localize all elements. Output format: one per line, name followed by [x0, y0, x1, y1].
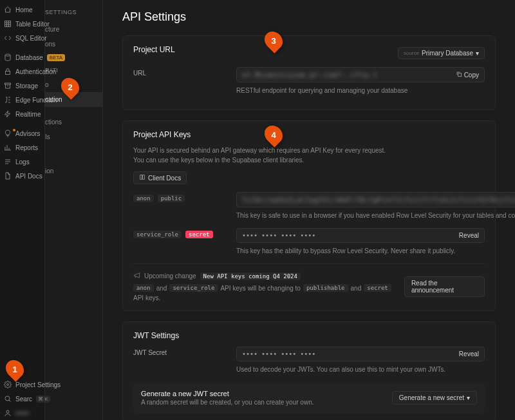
upcoming-change-notice: Upcoming change New API keys coming Q4 2… — [133, 263, 485, 301]
url-label: URL — [133, 67, 223, 95]
function-icon — [4, 96, 12, 104]
nav-project-settings[interactable]: Project Settings — [0, 377, 44, 392]
gear-icon — [4, 381, 12, 388]
jwt-secret-label: JWT Secret — [133, 347, 223, 374]
settings-item[interactable]: ctions — [45, 115, 102, 129]
nav-logs[interactable]: Logs — [0, 155, 44, 169]
nav-label: Realtime — [15, 111, 41, 118]
settings-item[interactable]: ons — [45, 37, 102, 52]
settings-item[interactable]: ion — [45, 164, 102, 178]
database-icon — [4, 53, 12, 61]
nav-reports[interactable]: Reports — [0, 140, 44, 155]
chevron-down-icon: ▾ — [467, 394, 470, 401]
nav-label: Home — [15, 6, 33, 14]
list-icon — [4, 158, 12, 166]
copy-button[interactable]: Copy — [456, 71, 479, 79]
jwt-secret-value: •••• •••• •••• •••• — [242, 350, 315, 358]
nav-label: Logs — [15, 158, 30, 166]
url-value-box: af.Mcomstcusom.pf.comf-.cfta.t Copy — [236, 67, 485, 82]
nav-table-editor[interactable]: Table Editor — [0, 17, 44, 31]
source-dropdown[interactable]: source Primary Database ▾ — [398, 47, 485, 59]
archive-icon — [4, 82, 12, 90]
nav-label: Advisors — [15, 130, 40, 137]
reveal-button[interactable]: Reveal — [459, 232, 479, 239]
upcoming-desc: anon and service_role API keys will be c… — [133, 284, 404, 301]
chart-icon — [4, 144, 12, 151]
nav-label: Authentication — [15, 68, 56, 75]
upcoming-label: Upcoming change — [144, 272, 196, 280]
file-icon — [4, 172, 12, 180]
nav-api-docs[interactable]: API Docs — [0, 169, 44, 183]
jwt-secret-hint: Used to decode your JWTs. You can also u… — [236, 365, 485, 374]
service-key-hint: This key has the ability to bypass Row L… — [236, 247, 485, 256]
copy-icon — [456, 71, 462, 79]
anon-key-hint: This key is safe to use in a browser if … — [236, 211, 515, 220]
project-url-card: Project URL source Primary Database ▾ UR… — [122, 35, 496, 110]
svg-rect-3 — [5, 83, 11, 84]
table-icon — [4, 20, 12, 28]
api-keys-desc: Your API is secured behind an API gatewa… — [133, 146, 485, 165]
nav-edge-functions[interactable]: Edge Function — [0, 93, 44, 107]
lock-icon — [4, 68, 12, 75]
nav-storage[interactable]: Storage — [0, 79, 44, 93]
user-label: •••••• — [15, 410, 29, 417]
search-shortcut: ⌘ K — [36, 396, 50, 403]
nav-label: Database — [15, 54, 43, 61]
bulb-icon — [4, 129, 12, 137]
read-announcement-button[interactable]: Read the announcement — [404, 276, 485, 297]
jwt-secret-value-box: •••• •••• •••• •••• Reveal — [236, 347, 485, 361]
source-value: Primary Database — [422, 50, 473, 57]
nav-label: Storage — [15, 82, 38, 90]
nav-label: Project Settings — [15, 381, 61, 388]
service-role-tag: service_role — [133, 231, 182, 238]
settings-item[interactable]: Is — [45, 129, 102, 144]
api-keys-card: Project API Keys Your API is secured beh… — [122, 120, 496, 311]
nav-label: Edge Function — [15, 97, 57, 104]
generate-secret-button[interactable]: Generate a new secret ▾ — [392, 391, 477, 405]
reveal-button[interactable]: Reveal — [459, 350, 479, 358]
url-value: af.Mcomstcusom.pf.comf-.cfta.t — [242, 72, 378, 79]
beta-badge: BETA — [47, 54, 65, 61]
anon-key-value-box: fsJdcropUa1LaCJagfUcrAbPrf8cfgPsnfJcfsct… — [236, 192, 515, 207]
svg-rect-7 — [458, 73, 461, 77]
card-title: Project URL — [133, 45, 175, 54]
svg-rect-0 — [5, 21, 11, 27]
settings-item[interactable]: cture — [45, 22, 102, 37]
nav-label: SQL Editor — [15, 35, 47, 42]
nav-advisors[interactable]: Advisors — [0, 126, 44, 140]
nav-sql-editor[interactable]: SQL Editor — [0, 31, 44, 45]
nav-authentication[interactable]: Authentication — [0, 64, 44, 79]
anon-key-value: fsJdcropUa1LaCJagfUcrAbPrf8cfgPsnfJcfsct… — [242, 196, 515, 204]
nav-database[interactable]: Database BETA — [0, 50, 44, 64]
nav-search[interactable]: Searc ⌘ K — [0, 392, 44, 406]
settings-heading: SETTINGS — [45, 6, 102, 22]
source-tag: source — [404, 50, 419, 56]
main-content: API Settings Project URL source Primary … — [103, 0, 515, 420]
nav-user[interactable]: •••••• — [0, 406, 44, 420]
nav-realtime[interactable]: Realtime — [0, 107, 44, 121]
jwt-regen-title: Generate a new JWT secret — [141, 390, 314, 397]
svg-point-4 — [7, 384, 9, 386]
url-hint: RESTful endpoint for querying and managi… — [236, 86, 485, 95]
book-icon — [139, 174, 145, 182]
card-title: JWT Settings — [133, 331, 485, 340]
nav-home[interactable]: Home — [0, 3, 44, 17]
svg-point-1 — [5, 54, 10, 56]
service-key-value-box: •••• •••• •••• •••• Reveal — [236, 228, 485, 243]
client-docs-button[interactable]: Client Docs — [133, 171, 187, 184]
nav-label: Reports — [15, 144, 38, 151]
jwt-regen-box: Generate a new JWT secret A random secre… — [133, 382, 485, 414]
settings-sidebar: SETTINGS cture ons RATI o cation ctions … — [45, 0, 103, 420]
notification-dot — [13, 129, 15, 131]
secret-tag: secret — [185, 231, 213, 238]
nav-label: Searc — [15, 396, 32, 403]
anon-tag: anon — [133, 195, 154, 202]
primary-nav: Home Table Editor SQL Editor Database BE… — [0, 0, 45, 420]
nav-label: API Docs — [15, 173, 42, 180]
jwt-regen-desc: A random secret will be created, or you … — [141, 399, 314, 406]
home-icon — [4, 6, 12, 14]
jwt-card: JWT Settings JWT Secret •••• •••• •••• •… — [122, 321, 496, 420]
megaphone-icon — [133, 272, 140, 280]
page-title: API Settings — [122, 10, 496, 24]
svg-rect-2 — [6, 72, 10, 75]
